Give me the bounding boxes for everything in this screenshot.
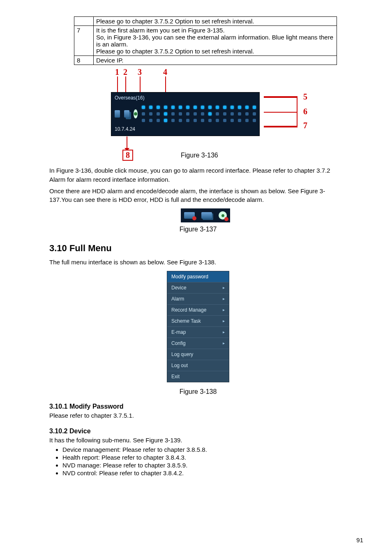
chevron-right-icon: ▸: [223, 330, 225, 334]
callout-bracket: 5 6 7: [264, 96, 297, 127]
paragraph: Once there are HDD alarm and encode/deco…: [49, 187, 347, 205]
paragraph: The full menu interface is shown as belo…: [49, 258, 347, 267]
list-item: NVD manage: Please refer to chapter 3.8.…: [62, 462, 347, 469]
list-item: Health report: Please refer to chapter 3…: [62, 454, 347, 461]
menu-item-label: Log out: [171, 363, 188, 368]
menu-item-label: E-map: [171, 329, 186, 335]
hdd-full-icon: [201, 212, 212, 219]
alarm-dot-matrix: [142, 106, 256, 122]
chevron-right-icon: ▸: [223, 296, 225, 301]
device-name: Overseas(16): [111, 92, 259, 101]
row-text: Please go to chapter 3.7.5.2 Option to s…: [94, 17, 337, 26]
callout-6: 6: [303, 107, 307, 116]
callout-5: 5: [303, 92, 307, 102]
figure-3-138: Modify password Device▸ Alarm▸ Record Ma…: [49, 271, 347, 382]
alarm-table: Please go to chapter 3.7.5.2 Option to s…: [74, 16, 337, 65]
paragraph: Please refer to chapter 3.7.5.1.: [49, 411, 347, 420]
heading-modify-password: 3.10.1 Modify Password: [49, 403, 347, 410]
callout-arrow: [117, 76, 118, 93]
device-submenu-list: Device management: Please refer to chapt…: [49, 446, 347, 476]
figure-3-137: [74, 208, 337, 222]
hdd-icon: [115, 110, 120, 118]
hdd-stack-icon: [124, 110, 129, 118]
figure-caption: Figure 3-138: [49, 388, 347, 395]
row-sn: 7: [74, 26, 94, 56]
callout-4: 4: [163, 67, 167, 77]
callout-1: 1: [115, 67, 119, 77]
callout-8: 8: [122, 150, 133, 161]
menu-item-scheme-task[interactable]: Scheme Task▸: [167, 316, 229, 327]
menu-item-log-query[interactable]: Log query: [167, 349, 229, 360]
callout-2: 2: [123, 67, 127, 77]
menu-item-label: Modify password: [171, 274, 208, 280]
menu-item-label: Alarm: [171, 296, 184, 302]
chevron-right-icon: ▸: [223, 341, 225, 345]
callout-3: 3: [138, 67, 142, 77]
menu-item-label: Scheme Task: [171, 318, 201, 324]
chevron-right-icon: ▸: [223, 308, 225, 312]
heading-full-menu: 3.10 Full Menu: [49, 243, 347, 254]
row-text: It is the first alarm item you set in Fi…: [94, 26, 337, 56]
menu-item-modify-password[interactable]: Modify password: [167, 271, 229, 282]
row-sn: [74, 17, 94, 26]
paragraph: In Figure 3-136, double click mouse, you…: [49, 166, 347, 184]
menu-item-record-manage[interactable]: Record Manage▸: [167, 305, 229, 316]
menu-item-label: Config: [171, 340, 186, 346]
row-text: Device IP.: [94, 56, 337, 65]
row-sn: 8: [74, 56, 94, 65]
device-panel: Overseas(16) 10.7.4.24: [111, 92, 260, 136]
page-number: 91: [356, 536, 363, 543]
menu-item-label: Log query: [171, 352, 193, 357]
menu-item-label: Record Manage: [171, 307, 206, 313]
menu-item-label: Device: [171, 285, 187, 291]
menu-item-emap[interactable]: E-map▸: [167, 327, 229, 338]
hdd-error-icon: [184, 212, 195, 219]
figure-caption: Figure 3-136: [181, 152, 218, 159]
callout-arrow: [127, 136, 127, 148]
menu-item-device[interactable]: Device▸: [167, 282, 229, 294]
paragraph: It has the following sub-menu. See Figur…: [49, 436, 347, 445]
list-item: Device management: Please refer to chapt…: [62, 446, 347, 453]
chevron-right-icon: ▸: [223, 319, 225, 323]
encode-icon: [134, 109, 138, 118]
menu-item-alarm[interactable]: Alarm▸: [167, 294, 229, 305]
chevron-right-icon: ▸: [223, 285, 225, 290]
heading-device: 3.10.2 Device: [49, 428, 347, 435]
full-menu-panel: Modify password Device▸ Alarm▸ Record Ma…: [167, 271, 229, 382]
encode-error-icon: [219, 211, 227, 220]
menu-item-config[interactable]: Config▸: [167, 338, 229, 349]
menu-item-label: Exit: [171, 374, 180, 379]
list-item: NVD control: Please refer to chapter 3.8…: [62, 469, 347, 476]
device-ip: 10.7.4.24: [111, 125, 259, 134]
callout-7: 7: [303, 121, 307, 130]
menu-item-exit[interactable]: Exit: [167, 371, 229, 382]
menu-item-log-out[interactable]: Log out: [167, 360, 229, 371]
figure-3-136: 1 2 3 4 Overseas(16) 10.7.4.24: [74, 67, 337, 162]
figure-caption: Figure 3-137: [49, 226, 347, 233]
